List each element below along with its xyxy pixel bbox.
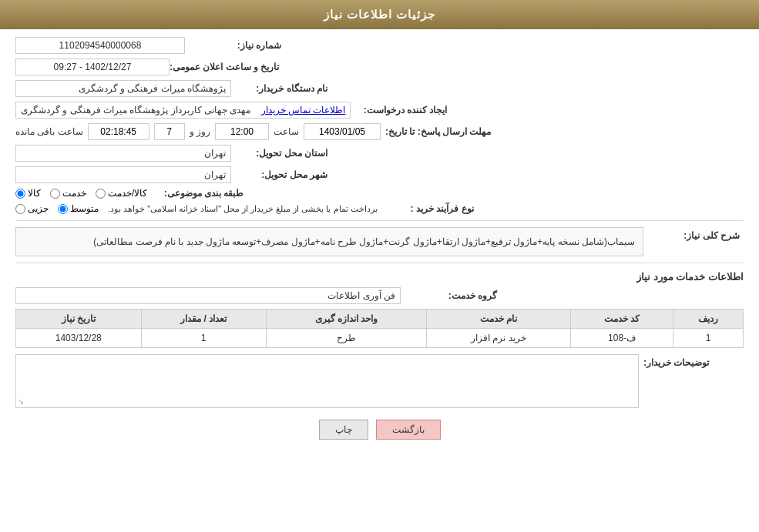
city-value: تهران (15, 166, 231, 183)
category-label: طبقه بندی موضوعی: (147, 188, 247, 199)
page-header: جزئیات اطلاعات نیاز (0, 0, 759, 29)
service-group-row: گروه خدمت: فن آوری اطلاعات (15, 287, 744, 304)
category-option-service-goods[interactable]: کالا/خدمت (96, 188, 147, 199)
province-row: استان محل تحویل: تهران (15, 145, 744, 162)
category-option-goods-label: کالا (28, 188, 41, 199)
purchase-type-row: نوع فرآیند خرید : برداخت تمام یا بخشی از… (15, 203, 744, 214)
deadline-date-value: 1403/01/05 (304, 123, 381, 140)
deadline-time-label: ساعت (274, 126, 299, 137)
purchase-type-radio-group: برداخت تمام یا بخشی از مبلغ خریدار از مح… (15, 203, 378, 214)
announcement-date-label: تاریخ و ساعت اعلان عمومی: (170, 62, 283, 72)
purchase-type-notice: برداخت تمام یا بخشی از مبلغ خریدار از مح… (108, 204, 378, 214)
deadline-days-value: 7 (154, 123, 185, 140)
cell-date: 1403/12/28 (16, 329, 142, 348)
cell-quantity: 1 (141, 329, 266, 348)
cell-unit: طرح (266, 329, 426, 348)
service-group-value: فن آوری اطلاعات (15, 287, 401, 304)
col-service-name: نام خدمت (426, 309, 570, 329)
purchase-type-partial-label: جزیی (28, 203, 49, 214)
announcement-date-value: 1402/12/27 - 09:27 (15, 59, 170, 75)
category-option-goods[interactable]: کالا (15, 188, 41, 199)
buyer-notes-area[interactable]: ↘ (15, 354, 639, 408)
province-value: تهران (15, 145, 231, 162)
buyer-org-label: نام دستگاه خریدار: (231, 83, 331, 94)
category-option-service[interactable]: خدمت (50, 188, 86, 199)
table-header-row: ردیف کد خدمت نام خدمت واحد اندازه گیری ت… (16, 309, 744, 329)
category-option-service-label: خدمت (62, 188, 86, 199)
need-number-row: شماره نیاز: 1102094540000068 (15, 37, 744, 54)
buyer-notes-row: توضیحات خریدار: ↘ (15, 354, 744, 408)
resize-icon: ↘ (18, 397, 24, 406)
general-desc-value: سیماب(شامل نسخه پایه+ماژول ترفیع+ماژول ا… (15, 227, 643, 256)
creator-value: اطلاعات تماس خریدار مهدی جهانی کاربرداز … (15, 102, 351, 119)
purchase-type-radio-partial[interactable] (15, 204, 25, 214)
buyer-org-row: نام دستگاه خریدار: پژوهشگاه میراث فرهنگی… (15, 80, 744, 97)
table-row: 1 ف-108 خرید نرم افزار طرح 1 1403/12/28 (16, 329, 744, 348)
category-option-service-goods-label: کالا/خدمت (108, 188, 147, 199)
purchase-type-notice-text: برداخت تمام یا بخشی از مبلغ خریدار از مح… (108, 204, 378, 214)
divider-2 (15, 263, 744, 263)
purchase-type-label: نوع فرآیند خرید : (378, 203, 478, 214)
purchase-type-medium[interactable]: متوسط (58, 203, 99, 214)
service-table: ردیف کد خدمت نام خدمت واحد اندازه گیری ت… (15, 309, 744, 348)
category-radio-service-goods[interactable] (96, 189, 106, 199)
col-date: تاریخ نیاز (16, 309, 142, 329)
announcement-date-row: تاریخ و ساعت اعلان عمومی: 1402/12/27 - 0… (15, 59, 744, 75)
general-desc-row: شرح کلی نیاز: سیماب(شامل نسخه پایه+ماژول… (15, 227, 744, 256)
need-number-value: 1102094540000068 (15, 37, 185, 54)
deadline-time-value: 12:00 (215, 123, 269, 140)
purchase-type-partial[interactable]: جزیی (15, 203, 49, 214)
buttons-row: بازگشت چاپ (15, 420, 744, 440)
creator-row: ایجاد کننده درخواست: اطلاعات تماس خریدار… (15, 102, 744, 119)
category-row: طبقه بندی موضوعی: کالا/خدمت خدمت کالا (15, 188, 744, 199)
service-info-title: اطلاعات خدمات مورد نیاز (15, 271, 744, 283)
general-desc-label: شرح کلی نیاز: (643, 227, 744, 241)
back-button[interactable]: بازگشت (376, 420, 441, 440)
countdown-value: 02:18:45 (88, 123, 149, 140)
col-row-num: ردیف (673, 309, 744, 329)
col-quantity: تعداد / مقدار (141, 309, 266, 329)
response-deadline-label: مهلت ارسال پاسخ: تا تاریخ: (385, 126, 491, 137)
cell-service-code: ف-108 (570, 329, 673, 348)
general-desc-text: سیماب(شامل نسخه پایه+ماژول ترفیع+ماژول ا… (93, 236, 635, 247)
purchase-type-medium-label: متوسط (70, 203, 99, 214)
category-radio-service[interactable] (50, 189, 60, 199)
divider-1 (15, 220, 744, 221)
cell-row-num: 1 (673, 329, 744, 348)
deadline-days-label: روز و (190, 126, 210, 137)
col-unit: واحد اندازه گیری (266, 309, 426, 329)
countdown-label: ساعت باقی مانده (15, 126, 83, 137)
buyer-org-value: پژوهشگاه میراث فرهنگی و گردشگری (15, 80, 231, 97)
city-label: شهر محل تحویل: (231, 169, 331, 180)
city-row: شهر محل تحویل: تهران (15, 166, 744, 183)
category-radio-group: کالا/خدمت خدمت کالا (15, 188, 147, 199)
service-group-label: گروه خدمت: (401, 290, 501, 301)
province-label: استان محل تحویل: (231, 148, 331, 159)
cell-service-name: خرید نرم افزار (426, 329, 570, 348)
category-radio-goods[interactable] (15, 189, 25, 199)
col-service-code: کد خدمت (570, 309, 673, 329)
deadline-row: مهلت ارسال پاسخ: تا تاریخ: 1403/01/05 سا… (15, 123, 744, 140)
buyer-notes-label: توضیحات خریدار: (643, 354, 744, 368)
print-button[interactable]: چاپ (319, 420, 368, 440)
creator-label: ایجاد کننده درخواست: (351, 105, 451, 115)
need-number-label: شماره نیاز: (185, 40, 285, 51)
purchase-type-radio-medium[interactable] (58, 204, 68, 214)
contact-link[interactable]: اطلاعات تماس خریدار (261, 105, 346, 115)
creator-name: مهدی جهانی کاربرداز پژوهشگاه میراث فرهنگ… (21, 105, 250, 115)
